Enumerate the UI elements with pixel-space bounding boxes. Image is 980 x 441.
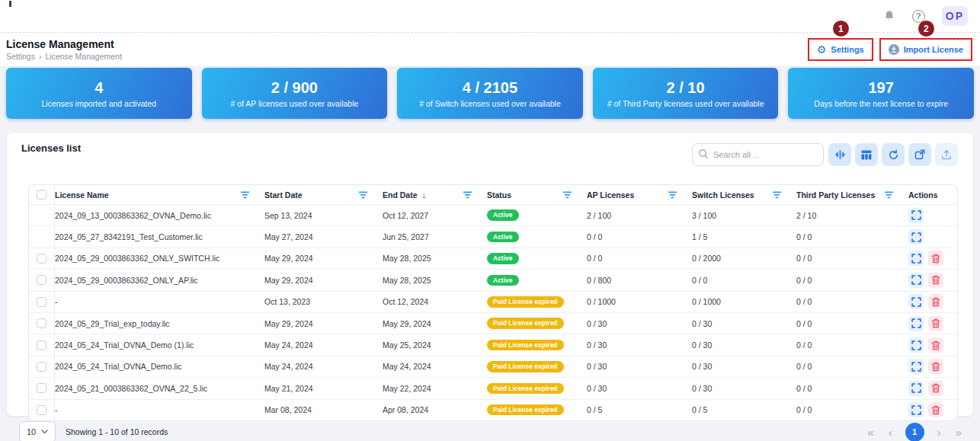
filter-icon[interactable] [563,191,572,199]
breadcrumb-settings[interactable]: Settings [6,52,35,61]
expand-row-button[interactable] [908,402,924,417]
user-avatar[interactable]: OP [942,6,968,26]
expand-row-button[interactable] [908,208,924,223]
table-row[interactable]: 2024_09_13_0003863362_OVNA_Demo.lic Sep … [29,204,957,225]
table-row[interactable]: - Mar 08, 2024 Apr 08, 2024 Paid License… [29,399,957,420]
cell-switch-licenses: 0 / 0 [692,276,796,285]
refresh-button[interactable] [882,143,905,166]
delete-row-button[interactable] [928,402,943,417]
table-row[interactable]: 2024_05_24_Trial_OVNA_Demo.lic May 24, 2… [29,356,957,377]
refresh-icon [888,149,899,161]
next-page-button[interactable]: › [936,427,943,438]
column-header-ap-licenses[interactable]: AP Licenses [587,185,692,204]
expand-row-button[interactable] [908,316,924,331]
filter-icon[interactable] [668,191,677,199]
expand-row-button[interactable] [908,229,924,244]
column-header-start-date[interactable]: Start Date [264,185,383,204]
expand-row-button[interactable] [908,273,924,288]
row-checkbox[interactable] [37,254,46,264]
table-row[interactable]: 2024_05_29_0003863362_ONLY_SWITCH.lic Ma… [29,248,957,269]
cell-start-date: May 29, 2024 [264,276,383,285]
column-header-license-name[interactable]: License Name [55,185,264,204]
row-checkbox[interactable] [37,383,46,393]
header-checkbox-cell [29,185,55,204]
delete-row-button[interactable] [928,359,943,374]
cell-actions [908,316,957,331]
cell-status: Paid License expired [487,318,587,329]
expand-row-button[interactable] [908,294,924,309]
stat-value: 2 / 10 [667,79,705,97]
search-input[interactable] [692,143,824,166]
row-checkbox[interactable] [37,405,46,415]
table-row[interactable]: 2024_05_21_0003863362_OVNA_22_5.lic May … [29,377,957,398]
row-checkbox-cell [29,292,55,312]
cell-start-date: May 27, 2024 [264,232,383,241]
resize-columns-button[interactable] [828,143,851,166]
expand-row-button[interactable] [908,337,924,353]
records-summary: Showing 1 - 10 of 10 records [66,427,168,436]
page-header: License Management Settings › License Ma… [0,33,980,67]
delete-row-button[interactable] [928,381,943,396]
filter-icon[interactable] [241,191,249,199]
table-row[interactable]: 2024_05_29_0003863362_ONLY_AP.lic May 29… [29,269,957,290]
filter-icon[interactable] [773,191,781,199]
column-header-switch-licenses[interactable]: Switch Licenses [692,185,796,204]
cell-end-date: Jun 25, 2027 [383,232,487,241]
row-checkbox[interactable] [37,318,46,328]
row-checkbox[interactable] [37,340,46,350]
current-page-button[interactable]: 1 [905,423,924,441]
page-header-left: License Management Settings › License Ma… [6,38,122,61]
delete-row-button[interactable] [928,316,943,331]
cell-switch-licenses: 0 / 30 [692,340,796,350]
cell-start-date: May 24, 2024 [264,340,383,350]
filter-icon[interactable] [463,191,472,199]
sort-desc-icon[interactable]: ↓ [422,190,427,200]
cell-start-date: May 24, 2024 [264,362,383,371]
row-checkbox-cell [29,378,55,398]
delete-row-button[interactable] [928,273,943,288]
table-row[interactable]: 2024_05_27_8342191_Test_Customer.lic May… [29,225,957,247]
column-header-end-date[interactable]: End Date↓ [383,185,487,204]
open-external-button[interactable] [908,143,931,166]
column-header-status[interactable]: Status [487,185,587,204]
last-page-button[interactable]: » [954,427,963,438]
first-page-button[interactable]: « [866,427,875,438]
table-row[interactable]: 2024_05_24_Trial_OVNA_Demo (1).lic May 2… [29,334,957,355]
import-license-button[interactable]: Import License [882,41,969,58]
cell-actions [908,251,957,266]
row-checkbox[interactable] [37,297,46,307]
cell-license-name: 2024_05_29_0003863362_ONLY_AP.lic [55,276,264,285]
page-size-select[interactable]: 10 [19,421,56,441]
cell-end-date: May 28, 2025 [383,254,487,263]
row-checkbox[interactable] [37,275,46,285]
settings-button[interactable]: ⚙ Settings [811,41,870,58]
column-header-third-party-licenses[interactable]: Third Party Licenses [796,185,908,204]
licenses-table: License NameStart DateEnd Date↓StatusAP … [28,184,958,421]
table-row[interactable]: - Oct 13, 2023 Oct 12, 2024 Paid License… [29,291,957,312]
delete-row-button[interactable] [928,251,943,266]
column-label: Switch Licenses [692,190,754,200]
expand-row-button[interactable] [908,251,924,266]
cell-actions [908,402,957,417]
column-resize-icon [834,149,846,160]
manage-columns-button[interactable] [855,143,878,166]
cell-switch-licenses: 0 / 2000 [692,254,796,263]
filter-icon[interactable] [359,191,367,199]
table-row[interactable]: 2024_05_29_Trial_exp_today.lic May 29, 2… [29,312,957,334]
column-label: License Name [55,190,109,200]
row-checkbox[interactable] [37,362,46,372]
notifications-bell-icon[interactable] [883,10,895,22]
status-badge: Active [487,209,519,221]
delete-row-button[interactable] [928,337,943,353]
export-button[interactable] [935,143,958,166]
row-checkbox-cell [29,334,55,355]
prev-page-button[interactable]: ‹ [887,427,894,438]
settings-button-label: Settings [831,45,863,54]
select-all-checkbox[interactable] [37,190,46,200]
delete-row-button[interactable] [928,294,943,309]
column-header-actions[interactable]: Actions [908,185,957,204]
filter-icon[interactable] [885,191,893,199]
expand-row-button[interactable] [908,381,924,396]
expand-row-button[interactable] [908,359,924,374]
cell-switch-licenses: 0 / 1000 [692,297,796,306]
